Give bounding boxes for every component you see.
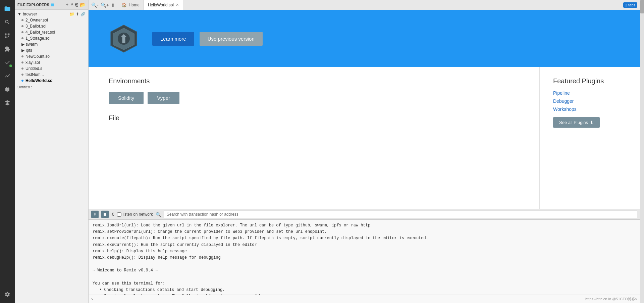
bug-icon[interactable] (1, 83, 13, 95)
chart-icon[interactable] (1, 70, 13, 82)
fe-add-icon[interactable]: + (66, 2, 68, 7)
check-icon[interactable] (1, 56, 13, 69)
fe-load-icon[interactable]: ⬆ (76, 12, 79, 16)
files-icon[interactable] (1, 3, 13, 15)
terminal-line: remix.loadUrl(url): Load the given url i… (93, 222, 636, 229)
environments-title: Environments (109, 77, 519, 85)
terminal-line: remix.setProviderUrl(url): Change the cu… (93, 229, 636, 235)
terminal-line: remix.exeCurrent(): Run the script curre… (93, 242, 636, 248)
tab-close-icon[interactable]: ✕ (176, 3, 179, 7)
plugin-debugger[interactable]: Debugger (553, 98, 627, 104)
file-item[interactable]: xlayi.sol (15, 59, 88, 66)
file-name: NewCount.sol (25, 54, 51, 59)
hero-section: Learn more Use previous version (89, 10, 640, 67)
file-explorer-title: FILE EXPLORERS (17, 3, 49, 7)
home-right-panel: Featured Plugins Pipeline Debugger Works… (539, 67, 640, 209)
terminal-clear-button[interactable]: ⬇ (91, 211, 99, 218)
see-all-plugins-button[interactable]: See all Plugins ⬇ (553, 117, 600, 128)
tab-bar: 🔍- 🔍+ ⬆ 🏠 Home HelloWorld.sol ✕ 2 tabs (89, 0, 640, 10)
terminal-search-input[interactable] (164, 211, 637, 218)
listen-label: listen on network (123, 212, 153, 217)
file-item[interactable]: HelloWorld.sol (15, 78, 88, 84)
terminal-toolbar: ⬇ ⏹ 0 listen on network 🔍 (89, 209, 640, 220)
terminal-area: ⬇ ⏹ 0 listen on network 🔍 remix.loadUrl(… (89, 209, 640, 303)
plugin-workshops[interactable]: Workshops (553, 106, 627, 112)
ipfs-label: ipfs (26, 48, 32, 53)
home-content: Environments Solidity Vyper File Feature… (89, 67, 640, 209)
terminal-prompt: › https://bttc.cn.in @51CTO博客> (89, 295, 640, 303)
terminal-bullet: • Checking transactions details and star… (93, 287, 636, 293)
home-icon: 🏠 (122, 3, 127, 7)
terminal-url: https://bttc.cn.in @51CTO博客> (585, 297, 637, 302)
terminal-output: remix.loadUrl(url): Load the given url i… (89, 220, 640, 295)
file-item[interactable]: 4_Ballot_test.sol (15, 29, 88, 35)
solidity-button[interactable]: Solidity (109, 92, 144, 104)
tab-helloworld[interactable]: HelloWorld.sol ✕ (144, 0, 183, 10)
plugin-pipeline[interactable]: Pipeline (553, 90, 627, 96)
ipfs-folder[interactable]: ▶ ipfs (15, 47, 88, 53)
file-item[interactable]: 1_Storage.sol (15, 35, 88, 41)
see-all-label: See all Plugins (559, 120, 588, 125)
terminal-line: remix.execute(filepath): Run the script … (93, 235, 636, 242)
file-dot (21, 19, 23, 21)
fe-github-icon[interactable]: ⑂ (70, 2, 73, 7)
tab-zoom-in-icon[interactable]: 🔍+ (101, 2, 109, 8)
env-buttons: Solidity Vyper (109, 92, 519, 104)
tab-zoom-out-icon[interactable]: 🔍- (91, 2, 99, 8)
file-tree: ▼ browser + 📁 ⬆ 🔗 2_Owner.sol 3_Ballot.s… (15, 10, 88, 303)
file-item[interactable]: 2_Owner.sol (15, 17, 88, 23)
swarm-folder[interactable]: ▶ swarm (15, 41, 88, 47)
fe-new-folder-icon[interactable]: 📁 (69, 12, 74, 16)
file-dot (21, 25, 23, 27)
file-dot (21, 74, 23, 76)
listen-checkbox[interactable] (117, 212, 121, 217)
swarm-triangle: ▶ (21, 42, 24, 47)
fe-icon: ◼ (51, 2, 54, 7)
file-item[interactable]: NewCount.sol (15, 53, 88, 59)
file-name: HelloWorld.sol (25, 78, 54, 83)
listen-on-network[interactable]: listen on network (117, 212, 153, 217)
file-item[interactable]: testNum... (15, 72, 88, 78)
tab-bar-nav: 🔍- 🔍+ ⬆ (89, 2, 118, 8)
file-explorer-panel: FILE EXPLORERS ◼ + ⑂ ⎘ 📂 ▼ browser + 📁 ⬆… (15, 0, 89, 303)
file-name: Untitled.s (25, 66, 42, 71)
learn-more-button[interactable]: Learn more (152, 32, 194, 46)
scrollbar-thumb[interactable] (640, 0, 644, 13)
tab-home-label: Home (129, 3, 140, 7)
use-previous-button[interactable]: Use previous version (200, 32, 263, 46)
main-area: 🔍- 🔍+ ⬆ 🏠 Home HelloWorld.sol ✕ 2 tabs (89, 0, 640, 303)
terminal-count: 0 (112, 212, 114, 217)
git-icon[interactable] (1, 30, 13, 42)
svg-point-2 (5, 33, 7, 35)
terminal-welcome: ~ Welcome to Remix v0.9.4 ~ (93, 267, 636, 274)
file-name: 3_Ballot.sol (25, 24, 46, 29)
fe-copy-icon[interactable]: ⎘ (75, 2, 78, 7)
tab-home[interactable]: 🏠 Home (118, 0, 144, 10)
right-scrollbar[interactable] (640, 0, 644, 303)
settings-icon[interactable] (1, 288, 13, 300)
plugin-icon[interactable] (1, 43, 13, 55)
fe-folder-icon[interactable]: 📂 (80, 2, 86, 7)
vyper-button[interactable]: Vyper (148, 92, 179, 104)
featured-plugins-title: Featured Plugins (553, 77, 627, 85)
tab-home-icon[interactable]: ⬆ (111, 2, 115, 8)
terminal-line: remix.help(): Display this help message (93, 248, 636, 255)
browser-folder[interactable]: ▼ browser + 📁 ⬆ 🔗 (15, 11, 88, 17)
file-dot (21, 61, 23, 63)
file-item[interactable]: Untitled.s (15, 66, 88, 72)
search-icon[interactable] (1, 16, 13, 28)
browser-label: browser (23, 12, 37, 16)
fe-new-file-icon[interactable]: + (66, 12, 68, 16)
file-item[interactable]: 3_Ballot.sol (15, 23, 88, 29)
hero-buttons: Learn more Use previous version (152, 32, 263, 46)
terminal-chevron-icon[interactable]: › (91, 296, 93, 302)
terminal-stop-button[interactable]: ⏹ (101, 211, 109, 218)
sidebar (0, 0, 15, 303)
remix-logo (109, 24, 139, 54)
file-section-title: File (109, 114, 519, 122)
layers-icon[interactable] (1, 97, 13, 109)
terminal-line: remix.debugHelp(): Display help message … (93, 255, 636, 261)
fe-link-icon[interactable]: 🔗 (80, 12, 86, 16)
terminal-search-icon[interactable]: 🔍 (156, 212, 161, 217)
svg-point-0 (5, 36, 7, 38)
